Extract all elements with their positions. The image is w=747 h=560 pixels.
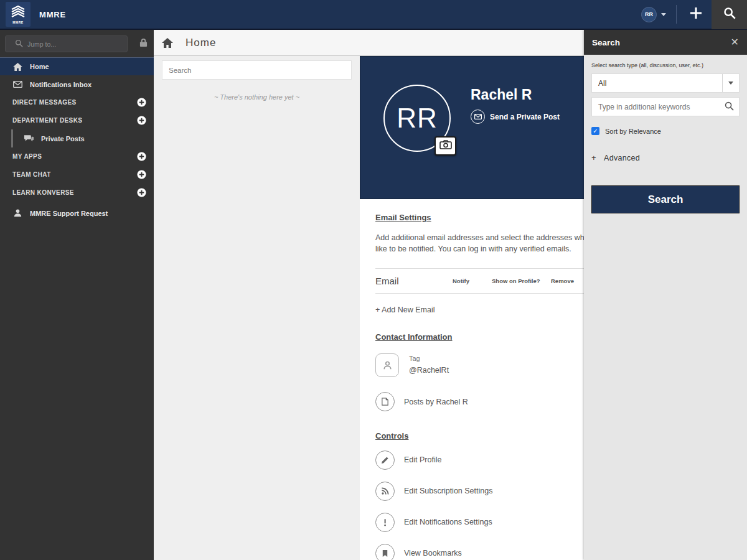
section-label: MY APPS [12, 153, 42, 160]
sidebar-item-label: Home [30, 63, 49, 70]
search-type-select[interactable]: All [591, 73, 740, 93]
plus-circle-icon[interactable] [137, 170, 146, 179]
search-panel-header: Search ✕ [584, 30, 747, 55]
tag-value[interactable]: @RachelRt [409, 366, 449, 375]
sidebar-item-private-posts[interactable]: Private Posts [13, 129, 154, 147]
email-settings-heading[interactable]: Email Settings [375, 213, 431, 222]
plus-icon: + [591, 153, 604, 162]
create-button[interactable] [685, 0, 707, 29]
sidebar-section-team-chat[interactable]: TEAM CHAT [0, 166, 154, 184]
user-menu[interactable]: RR [641, 7, 666, 22]
chevron-down-icon [661, 13, 666, 16]
send-private-post-button[interactable]: Send a Private Post [471, 110, 560, 124]
add-new-email-link[interactable]: + Add New Email [375, 306, 435, 314]
send-private-post-label: Send a Private Post [490, 113, 560, 121]
sidebar-section-department-desks[interactable]: DEPARTMENT DESKS [0, 111, 154, 129]
sort-by-relevance-checkbox[interactable]: ✓ Sort by Relevance [591, 127, 740, 135]
home-icon [12, 62, 22, 72]
plus-circle-icon[interactable] [137, 188, 146, 197]
sidebar-section-my-apps[interactable]: MY APPS [0, 147, 154, 166]
sidebar-item-mmre-support-request[interactable]: MMRE Support Request [0, 204, 154, 222]
sidebar: Jump to... Home Notifications Inbox DIRE… [0, 30, 154, 560]
sidebar-item-home[interactable]: Home [0, 57, 154, 75]
person-badge-icon [375, 353, 399, 377]
page-title: Home [186, 37, 216, 49]
brand-name: MMRE [39, 10, 66, 19]
search-type-label: Select search type (all, discussion, use… [591, 62, 740, 68]
plus-circle-icon[interactable] [137, 116, 146, 125]
sidebar-item-notifications-inbox[interactable]: Notifications Inbox [0, 75, 154, 93]
search-icon [723, 7, 736, 22]
search-toggle-button[interactable] [712, 0, 747, 29]
person-icon [12, 208, 22, 218]
controls-heading[interactable]: Controls [375, 431, 408, 441]
close-icon[interactable]: ✕ [731, 37, 739, 47]
advanced-label: Advanced [604, 154, 640, 162]
plus-icon [689, 6, 703, 22]
control-label: Edit Notifications Settings [404, 518, 492, 526]
keywords-input[interactable]: Type in additional keywords [591, 97, 740, 116]
section-label: LEARN KONVERSE [12, 189, 74, 196]
search-panel-title: Search [592, 38, 620, 47]
plus-circle-icon[interactable] [137, 152, 146, 161]
control-label: Edit Subscription Settings [404, 487, 492, 495]
change-photo-button[interactable] [435, 136, 456, 156]
document-icon [375, 392, 395, 411]
mmre-logo[interactable]: MMRE [6, 2, 31, 27]
user-avatar[interactable]: RR [641, 7, 657, 22]
feed-empty-message: ~ There's nothing here yet ~ [162, 93, 352, 101]
contact-information-heading[interactable]: Contact Information [375, 332, 453, 342]
home-icon [162, 37, 173, 49]
section-label: DEPARTMENT DESKS [12, 117, 82, 124]
profile-name: Rachel R [471, 86, 532, 103]
tag-label: Tag [409, 355, 449, 362]
section-label: DIRECT MESSAGES [12, 99, 77, 106]
search-submit-button[interactable]: Search [591, 185, 740, 213]
advanced-toggle[interactable]: + Advanced [591, 153, 740, 162]
logo-word: MMRE [12, 21, 23, 24]
feed-search-input[interactable]: Search [162, 60, 352, 80]
jump-to-input[interactable]: Jump to... [5, 35, 128, 52]
search-type-value: All [598, 79, 606, 88]
jump-to-placeholder: Jump to... [27, 40, 56, 48]
search-icon [725, 101, 734, 113]
search-panel: Search ✕ Select search type (all, discus… [584, 30, 747, 560]
pencil-icon [375, 450, 395, 470]
bookmark-icon [375, 544, 395, 560]
control-label: Edit Profile [404, 455, 441, 464]
sort-by-relevance-label: Sort by Relevance [605, 128, 661, 135]
exclamation-icon [375, 513, 395, 532]
sidebar-section-learn-konverse[interactable]: LEARN KONVERSE [0, 184, 154, 202]
camera-icon [439, 140, 452, 152]
sidebar-section-direct-messages[interactable]: DIRECT MESSAGES [0, 93, 154, 111]
checkbox-checked-icon[interactable]: ✓ [591, 127, 599, 135]
search-icon [15, 39, 23, 49]
control-label: View Bookmarks [404, 549, 462, 558]
feed-search-placeholder: Search [169, 67, 191, 74]
feed-column: Search ~ There's nothing here yet ~ [154, 56, 360, 560]
posts-link-label: Posts by Rachel R [404, 398, 468, 406]
keywords-placeholder: Type in additional keywords [598, 103, 690, 111]
chat-bubbles-icon [24, 134, 34, 143]
sidebar-item-label: MMRE Support Request [30, 210, 108, 217]
section-label: TEAM CHAT [12, 171, 51, 178]
remove-column-header: Remove [551, 278, 574, 284]
envelope-icon [471, 110, 485, 124]
email-column-header: Email [375, 276, 453, 286]
sidebar-item-label: Private Posts [41, 135, 85, 142]
topbar-divider [676, 5, 677, 24]
notify-column-header: Notify [453, 278, 492, 284]
sidebar-item-label: Notifications Inbox [30, 81, 92, 88]
lock-icon[interactable] [139, 38, 148, 50]
building-icon [10, 5, 26, 21]
plus-circle-icon[interactable] [137, 98, 146, 107]
rss-icon [375, 482, 395, 501]
envelope-icon [12, 80, 22, 90]
show-on-profile-column-header: Show on Profile? [492, 278, 551, 284]
chevron-down-icon [723, 82, 739, 85]
topbar: MMRE MMRE RR [0, 0, 747, 30]
